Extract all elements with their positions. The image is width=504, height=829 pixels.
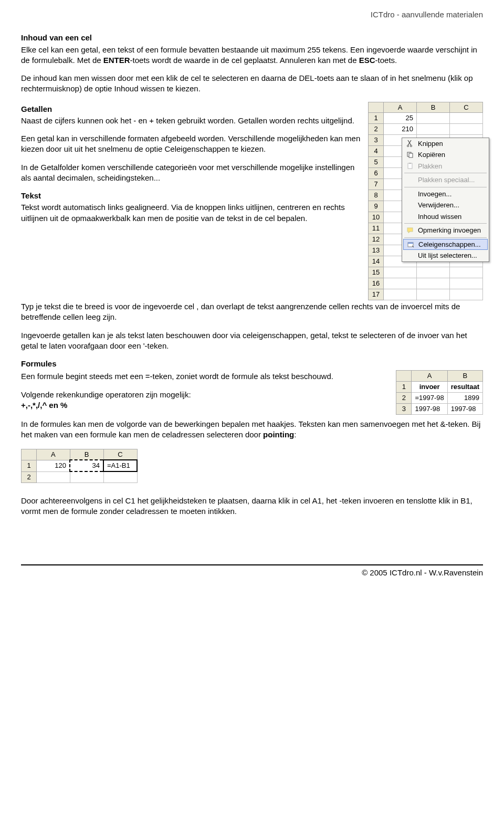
menu-celeigenschappen[interactable]: Celeigenschappen... (403, 239, 488, 250)
corner-cell (396, 371, 412, 382)
blank-icon (405, 251, 415, 260)
row-head: 9 (369, 201, 384, 212)
h2-getallen: Getallen (21, 104, 361, 114)
h1-inhoud: Inhoud van een cel (21, 33, 483, 43)
copy-icon (405, 151, 415, 159)
cell: 25 (384, 113, 417, 124)
svg-rect-8 (408, 243, 413, 244)
menu-label: Invoegen... (418, 190, 452, 199)
menu-label: Celeigenschappen... (418, 240, 481, 249)
menu-verwijderen[interactable]: Verwijderen... (402, 200, 489, 211)
svg-rect-6 (407, 228, 413, 232)
text: : (294, 430, 296, 439)
menu-label: Uit lijst selecteren... (418, 251, 477, 260)
row-head: 1 (369, 113, 384, 124)
row-head: 2 (22, 471, 37, 483)
cell: invoer (412, 381, 447, 392)
corner-cell (369, 102, 384, 113)
paragraph-getallen-3: In de Getalfolder komen verschillende ca… (21, 162, 361, 184)
corner-cell (22, 449, 37, 460)
blank-icon (405, 176, 415, 184)
cell: 120 (37, 460, 70, 471)
row-head: 8 (369, 190, 384, 201)
menu-opmerking[interactable]: Opmerking invoegen (402, 225, 489, 236)
row-head: 10 (369, 212, 384, 223)
key-esc: ESC (359, 56, 375, 65)
menu-plakken-speciaal[interactable]: Plakken speciaal... (402, 174, 489, 186)
menu-separator (404, 173, 487, 173)
col-A: A (412, 371, 447, 382)
row-head: 2 (369, 124, 384, 135)
paragraph-wissen: De inhoud kan men wissen door met een kl… (21, 73, 483, 95)
cell-dashed: 34 (70, 460, 103, 471)
row-head: 4 (369, 146, 384, 157)
row-head: 12 (369, 234, 384, 245)
comment-icon (405, 226, 415, 235)
paragraph-tekst-1: Tekst wordt automatisch links gealigneer… (21, 202, 361, 224)
h2-tekst: Tekst (21, 191, 361, 201)
cell: 1899 (447, 392, 482, 403)
cut-icon (405, 139, 415, 148)
menu-separator (404, 237, 487, 238)
h2-formules: Formules (21, 359, 483, 369)
text: -toets wordt de waarde in de cel geplaat… (130, 56, 359, 65)
spreadsheet-grid-3: A B C 1 120 34 =A1-B1 2 (21, 449, 138, 484)
row-head: 17 (369, 289, 384, 300)
col-C: C (103, 449, 137, 460)
cell: 210 (384, 124, 417, 135)
menu-label: Kopiëren (418, 150, 445, 160)
page-footer: © 2005 ICTdro.nl - W.v.Ravenstein (21, 564, 483, 578)
menu-label: Plakken (418, 162, 442, 171)
row-head: 3 (396, 403, 412, 414)
cell: 1997-98 (412, 403, 447, 414)
col-B: B (417, 102, 450, 113)
row-head: 1 (22, 460, 37, 471)
row-head: 3 (369, 135, 384, 146)
menu-label: Plakken speciaal... (418, 175, 475, 185)
menu-label: Inhoud wissen (418, 212, 461, 222)
text-pointing: pointing (263, 430, 294, 439)
menu-label: Verwijderen... (418, 201, 459, 210)
context-menu[interactable]: Knippen Kopiëren Plakken Plakken speciaa… (402, 138, 489, 262)
properties-icon (406, 240, 415, 249)
row-head: 6 (369, 168, 384, 179)
svg-rect-3 (409, 153, 413, 158)
row-head: 7 (369, 179, 384, 190)
key-enter: ENTER (103, 56, 130, 65)
menu-inhoud-wissen[interactable]: Inhoud wissen (402, 211, 489, 223)
paragraph-formule-ops: +,-,*,/,^ en % (21, 400, 388, 411)
col-B: B (70, 449, 103, 460)
paragraph-intro: Elke cel kan een getal, een tekst of een… (21, 45, 483, 66)
text: -toets. (375, 56, 397, 65)
blank-icon (405, 213, 415, 221)
menu-separator (404, 187, 487, 187)
svg-rect-4 (408, 163, 412, 169)
blank-icon (405, 201, 415, 209)
menu-plakken[interactable]: Plakken (402, 161, 489, 172)
paragraph-formule-1: Een formule begint steeds met een =-teke… (21, 371, 388, 382)
row-head: 15 (369, 267, 384, 278)
paragraph-getallen-1: Naast de cijfers kunnen ook het - en + t… (21, 116, 361, 126)
row-head: 14 (369, 256, 384, 267)
row-head: 11 (369, 223, 384, 234)
paragraph-formule-3: In de formules kan men de volgorde van d… (21, 419, 483, 440)
col-A: A (37, 449, 70, 460)
menu-label: Knippen (418, 139, 443, 149)
menu-label: Opmerking invoegen (418, 226, 481, 235)
col-C: C (450, 102, 483, 113)
row-head: 16 (369, 278, 384, 289)
paragraph-tekst-3: Ingevoerde getallen kan je als tekst lat… (21, 330, 483, 352)
cell: =1997-98 (412, 392, 447, 403)
paragraph-formule-2: Volgende rekenkundige operatoren zijn mo… (21, 390, 388, 400)
menu-knippen[interactable]: Knippen (402, 138, 489, 150)
blank-icon (405, 190, 415, 198)
cell: 1997-98 (447, 403, 482, 414)
menu-uit-lijst[interactable]: Uit lijst selecteren... (402, 250, 489, 261)
spreadsheet-grid-2: A B 1 invoer resultaat 2 =1997-98 1899 3… (396, 370, 483, 415)
menu-invoegen[interactable]: Invoegen... (402, 188, 489, 200)
row-head: 13 (369, 245, 384, 256)
row-head: 2 (396, 392, 412, 403)
svg-point-0 (407, 145, 408, 147)
menu-kopieren[interactable]: Kopiëren (402, 149, 489, 161)
col-B: B (447, 371, 482, 382)
